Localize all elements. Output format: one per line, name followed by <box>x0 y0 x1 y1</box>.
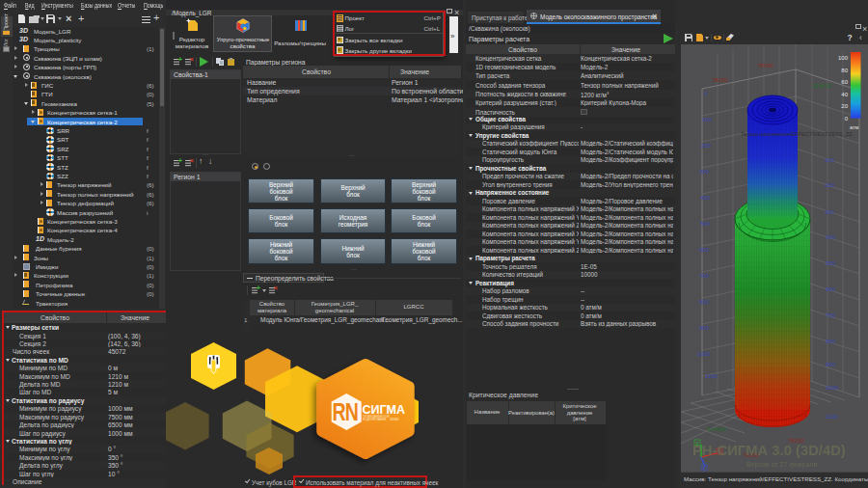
svg-text:z: z <box>703 465 706 471</box>
svg-text:1000: 1000 <box>697 351 711 357</box>
svg-text:40: 40 <box>841 92 848 97</box>
svg-text:РН-СИГМА 3.0 (3D/4D): РН-СИГМА 3.0 (3D/4D) <box>692 443 846 458</box>
svg-text:СИГМА: СИГМА <box>363 403 406 417</box>
svg-text:атм: атм <box>850 124 859 130</box>
svg-text:314600: 314600 <box>707 426 727 432</box>
svg-text:800: 800 <box>699 299 710 305</box>
svg-text:Версия от 27 февраля: Версия от 27 февраля <box>746 461 817 469</box>
svg-text:RN: RN <box>333 397 359 425</box>
svg-text:400: 400 <box>826 234 836 240</box>
svg-text:300: 300 <box>825 209 835 215</box>
svg-text:100: 100 <box>702 117 713 122</box>
svg-text:1100: 1100 <box>705 373 719 379</box>
svg-text:78150: 78150 <box>712 77 728 83</box>
svg-text:Тензор напряжения/EFFECTIVESTR: Тензор напряжения/EFFECTIVESTRESS_ZZ <box>741 131 853 137</box>
svg-text:700: 700 <box>699 273 710 279</box>
svg-text:МОДЕЛИРОВАНИЕ: МОДЕЛИРОВАНИЕ <box>363 418 387 421</box>
svg-text:314610: 314610 <box>812 83 832 89</box>
svg-text:100: 100 <box>825 157 835 163</box>
svg-text:60: 60 <box>841 79 848 85</box>
svg-text:100: 100 <box>838 55 849 61</box>
svg-text:1100: 1100 <box>826 414 839 420</box>
svg-text:700: 700 <box>826 312 836 318</box>
svg-text:600: 600 <box>826 286 836 292</box>
svg-text:600: 600 <box>699 247 710 253</box>
svg-text:80: 80 <box>841 68 848 73</box>
svg-text:200: 200 <box>701 143 712 149</box>
svg-text:800: 800 <box>826 339 836 344</box>
svg-text:500: 500 <box>700 221 711 227</box>
svg-text:200: 200 <box>825 182 835 188</box>
svg-text:500: 500 <box>826 260 836 266</box>
svg-text:78100: 78100 <box>757 63 773 68</box>
svg-text:300: 300 <box>699 169 710 175</box>
svg-text:400: 400 <box>700 195 711 201</box>
svg-text:1000: 1000 <box>826 385 839 391</box>
svg-text:900: 900 <box>699 325 710 331</box>
svg-text:20: 20 <box>841 103 848 109</box>
svg-text:3D/4D: 3D/4D <box>390 418 399 421</box>
svg-text:900: 900 <box>826 362 836 367</box>
